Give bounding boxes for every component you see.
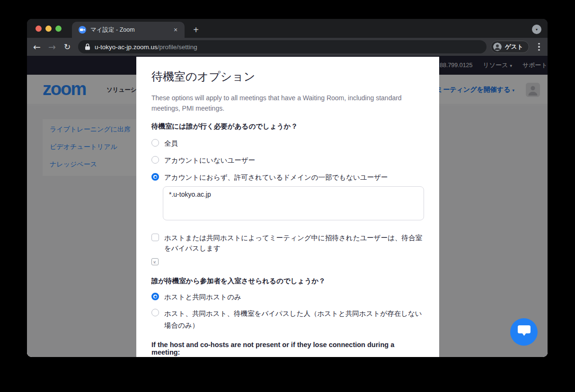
lock-icon (85, 43, 90, 51)
guest-avatar-icon (493, 43, 502, 51)
close-window-button[interactable] (35, 26, 42, 32)
checkbox-icon[interactable] (151, 234, 159, 241)
tab-search-button[interactable]: ▾ (532, 25, 541, 34)
host-absent-label: If the host and co-hosts are not present… (151, 341, 424, 350)
radio-option-users-not-in-allowed-domains[interactable]: アカウントにおらず、許可されているドメインの一部でもないユーザー (151, 172, 424, 183)
waiting-room-options-dialog: 待機室のオプション These options will apply to al… (136, 57, 439, 357)
page-viewport: 88.799.0125 リソース▾ サポート zoom ソリューシ ミーティング… (27, 56, 548, 357)
chevron-down-icon: ▾ (536, 27, 538, 32)
dialog-title: 待機室のオプション (151, 69, 424, 84)
browser-menu-button[interactable] (534, 41, 544, 52)
radio-option-host-cohosts-bypassers[interactable]: ホスト、共同ホスト、待機室をバイパスした人（ホストと共同ホストが存在しない場合の… (151, 308, 424, 331)
new-tab-button[interactable]: + (190, 24, 202, 36)
browser-tab[interactable]: マイ設定 - Zoom × (72, 22, 185, 38)
browser-window: マイ設定 - Zoom × + ▾ ← → ↻ u-tokyo-ac-jp.zo… (27, 19, 548, 357)
dialog-description: These options will apply to all meetings… (151, 93, 405, 113)
radio-option-host-cohosts-only[interactable]: ホストと共同ホストのみ (151, 292, 424, 302)
forward-button[interactable]: → (46, 41, 58, 52)
guest-profile-button[interactable]: ゲスト (491, 41, 529, 53)
q1-label: 待機室には誰が行く必要があるのでしょうか？ (151, 122, 424, 131)
reload-button[interactable]: ↻ (62, 41, 73, 52)
close-tab-icon[interactable]: × (171, 26, 180, 34)
maximize-window-button[interactable] (55, 26, 62, 32)
chat-bubble-icon (518, 325, 531, 339)
tab-strip: マイ設定 - Zoom × + ▾ (27, 19, 548, 38)
zoom-favicon-icon (79, 26, 86, 34)
bypass-waiting-room-checkbox-row[interactable]: ホストまたは共同ホストによってミーティング中に招待されたユーザーは、待合室をバイ… (151, 233, 424, 253)
radio-icon[interactable] (151, 309, 159, 316)
radio-option-everyone[interactable]: 全員 (151, 138, 424, 148)
support-chat-button[interactable] (510, 318, 538, 346)
url-path: /profile/setting (158, 44, 197, 51)
radio-selected-icon[interactable] (151, 293, 159, 300)
broken-image-icon: v. (151, 258, 159, 265)
allowed-domains-input[interactable]: *.u-tokyo.ac.jp (163, 186, 424, 220)
guest-label: ゲスト (505, 43, 523, 51)
tab-title: マイ設定 - Zoom (90, 26, 171, 34)
minimize-window-button[interactable] (45, 26, 52, 32)
radio-icon[interactable] (151, 139, 159, 147)
address-bar[interactable]: u-tokyo-ac-jp.zoom.us/profile/setting (78, 40, 487, 53)
q2-label: 誰が待機室から参加者を入室させられるのでしょうか？ (151, 277, 424, 286)
browser-toolbar: ← → ↻ u-tokyo-ac-jp.zoom.us/profile/sett… (27, 38, 548, 56)
url-domain: u-tokyo-ac-jp.zoom.us (95, 44, 158, 51)
radio-icon[interactable] (151, 156, 159, 164)
radio-selected-icon[interactable] (151, 173, 159, 181)
back-button[interactable]: ← (31, 41, 43, 52)
window-controls (35, 26, 62, 32)
radio-option-users-not-in-account[interactable]: アカウントにいないユーザー (151, 155, 424, 166)
